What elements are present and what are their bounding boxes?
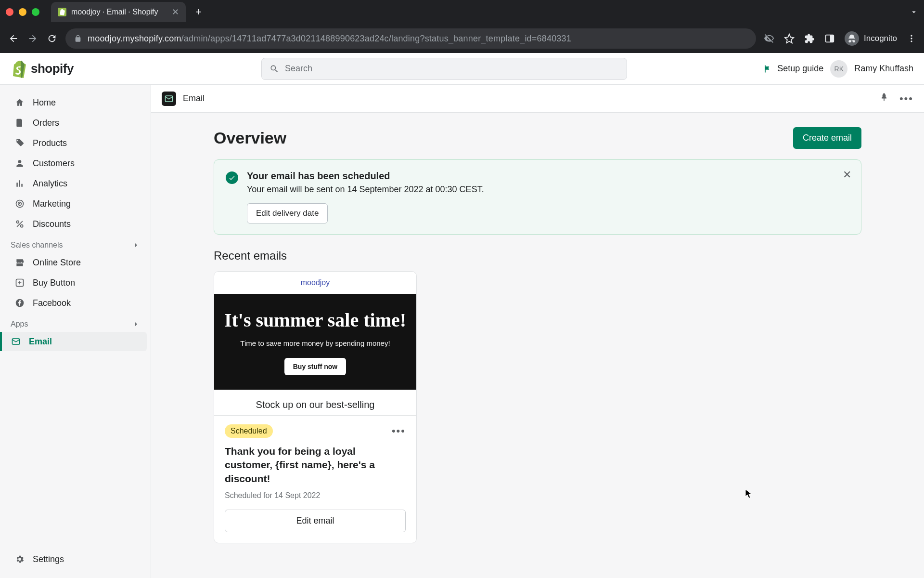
home-icon [14, 97, 25, 108]
shopify-favicon-icon [58, 8, 66, 16]
chrome-menu-icon[interactable] [907, 34, 916, 43]
eye-off-icon[interactable] [764, 33, 774, 44]
status-badge: Scheduled [225, 424, 273, 438]
sidebar-item-settings[interactable]: Settings [4, 550, 147, 569]
email-subject: Thank you for being a loyal customer, {f… [225, 445, 406, 486]
forward-button[interactable] [27, 33, 38, 44]
sidebar-item-analytics[interactable]: Analytics [4, 174, 147, 193]
card-body: Scheduled ••• Thank you for being a loya… [214, 415, 416, 543]
preview-sub-text: Stock up on our best-selling [214, 390, 416, 415]
shopify-logo[interactable]: shopify [11, 60, 74, 78]
tag-icon [14, 138, 25, 148]
minimize-window-icon[interactable] [19, 8, 26, 16]
browser-chrome: moodjoy · Email · Shopify ✕ + moodjoy.my… [0, 0, 924, 53]
sidebar-item-label: Facebook [33, 298, 71, 308]
card-more-icon[interactable]: ••• [392, 425, 406, 437]
email-card[interactable]: moodjoy It's summer sale time! Time to s… [214, 271, 417, 543]
reload-button[interactable] [46, 33, 58, 44]
banner-text: Your email will be sent on 14 September … [247, 184, 484, 195]
tabs-dropdown-icon[interactable] [910, 8, 918, 16]
sidebar-item-email[interactable]: Email [0, 332, 147, 351]
user-name[interactable]: Ramy Khuffash [854, 64, 913, 74]
sidebar-section-sales-channels[interactable]: Sales channels [0, 234, 151, 252]
percent-icon [14, 219, 25, 229]
page-header: Overview Create email [214, 127, 861, 149]
sidebar-item-marketing[interactable]: Marketing [4, 194, 147, 213]
orders-icon [14, 118, 25, 128]
pin-icon[interactable] [879, 92, 889, 105]
create-email-button[interactable]: Create email [793, 127, 861, 149]
svg-point-7 [19, 203, 21, 205]
search-placeholder: Search [285, 64, 312, 74]
new-tab-button[interactable]: + [195, 6, 202, 18]
analytics-icon [14, 178, 25, 189]
user-avatar[interactable]: RK [830, 60, 847, 78]
star-icon[interactable] [784, 33, 795, 44]
incognito-indicator[interactable]: Incognito [845, 31, 897, 46]
edit-email-button[interactable]: Edit email [225, 510, 406, 532]
close-icon[interactable]: ✕ [843, 169, 851, 181]
sidebar-item-label: Home [33, 98, 56, 108]
sidebar-item-products[interactable]: Products [4, 133, 147, 153]
banner-title: Your email has been scheduled [247, 171, 484, 182]
close-window-icon[interactable] [6, 8, 13, 16]
back-button[interactable] [8, 33, 19, 44]
close-tab-icon[interactable]: ✕ [172, 7, 179, 17]
search-icon [270, 64, 279, 74]
address-bar: moodjoy.myshopify.com/admin/apps/14711ad… [0, 24, 924, 53]
sidebar-section-apps[interactable]: Apps [0, 313, 151, 331]
sidebar-item-orders[interactable]: Orders [4, 113, 147, 132]
sidebar-item-home[interactable]: Home [4, 93, 147, 112]
recent-emails-heading: Recent emails [214, 249, 861, 263]
preview-cta-button: Buy stuff now [284, 358, 346, 375]
target-icon [14, 198, 25, 209]
browser-tab[interactable]: moodjoy · Email · Shopify ✕ [51, 2, 186, 22]
maximize-window-icon[interactable] [32, 8, 39, 16]
facebook-icon [14, 298, 25, 308]
setup-guide-label: Setup guide [777, 64, 823, 74]
incognito-label: Incognito [864, 34, 897, 43]
sidebar-item-label: Online Store [33, 258, 81, 268]
svg-point-9 [21, 225, 23, 227]
section-label: Sales channels [11, 241, 63, 250]
app-header: Email ••• [151, 85, 924, 113]
setup-guide-link[interactable]: Setup guide [763, 64, 823, 74]
main-content: Email ••• Overview Create email Your ema… [151, 85, 924, 578]
sidebar-item-label: Buy Button [33, 278, 75, 288]
chrome-actions: Incognito [764, 31, 916, 46]
window-controls[interactable] [6, 8, 39, 16]
schedule-text: Scheduled for 14 Sept 2022 [225, 491, 406, 500]
search-input[interactable]: Search [261, 58, 627, 80]
shopify-wordmark: shopify [31, 61, 74, 76]
svg-point-2 [911, 35, 912, 37]
sidebar-item-facebook[interactable]: Facebook [4, 293, 147, 313]
side-panel-icon[interactable] [824, 33, 835, 44]
svg-point-3 [911, 38, 912, 39]
url-text: moodjoy.myshopify.com/admin/apps/14711ad… [88, 34, 571, 44]
more-actions-icon[interactable]: ••• [899, 92, 913, 105]
app-name: Email [183, 93, 205, 104]
preview-hero-title: It's summer sale time! [224, 309, 407, 331]
sidebar-item-label: Email [29, 337, 52, 347]
gear-icon [14, 554, 25, 565]
edit-delivery-date-button[interactable]: Edit delivery date [247, 203, 328, 223]
sidebar-item-label: Orders [33, 118, 59, 128]
sidebar-item-online-store[interactable]: Online Store [4, 253, 147, 272]
store-icon [14, 257, 25, 268]
sidebar-item-label: Discounts [33, 219, 71, 229]
svg-point-4 [911, 40, 912, 42]
tab-title: moodjoy · Email · Shopify [71, 8, 158, 16]
url-input[interactable]: moodjoy.myshopify.com/admin/apps/14711ad… [65, 28, 756, 49]
sidebar-item-discounts[interactable]: Discounts [4, 214, 147, 234]
email-preview: moodjoy It's summer sale time! Time to s… [214, 272, 416, 415]
lock-icon [74, 35, 82, 42]
extensions-icon[interactable] [804, 33, 815, 44]
sidebar-item-label: Marketing [33, 199, 71, 209]
preview-store-name: moodjoy [214, 272, 416, 294]
page-title: Overview [214, 129, 286, 147]
sidebar-item-label: Settings [33, 554, 64, 565]
sidebar-item-label: Products [33, 138, 67, 148]
sidebar-item-label: Customers [33, 158, 75, 169]
sidebar-item-customers[interactable]: Customers [4, 154, 147, 173]
sidebar-item-buy-button[interactable]: Buy Button [4, 273, 147, 292]
